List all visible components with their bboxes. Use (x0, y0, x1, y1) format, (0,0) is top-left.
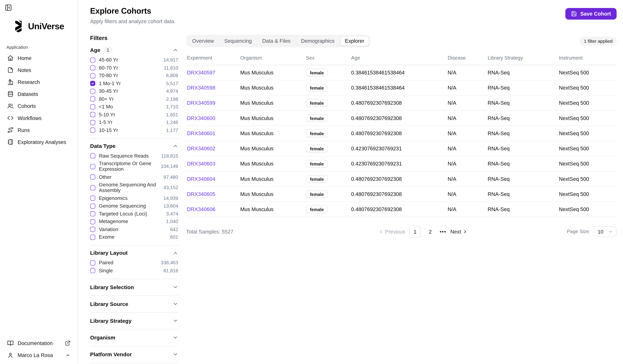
table-row: DRX340600 Mus Musculus female 0.48076923… (186, 111, 617, 126)
experiment-link[interactable]: DRX340605 (187, 191, 215, 197)
filter-option[interactable]: 60-70 Yr11,810 (90, 65, 178, 71)
save-cohort-button[interactable]: Save Cohort (565, 8, 617, 20)
option-count: 1,710 (166, 104, 178, 110)
experiment-link[interactable]: DRX340598 (187, 85, 215, 91)
filter-option[interactable]: Transcriptome Or Gene Expression104,149 (90, 161, 178, 172)
filter-option[interactable]: 1-5 Yr1,246 (90, 120, 178, 125)
experiment-link[interactable]: DRX340600 (187, 115, 215, 121)
home-icon (7, 55, 14, 61)
checkbox[interactable] (90, 219, 95, 224)
checkbox[interactable] (90, 73, 95, 78)
experiment-link[interactable]: DRX340601 (187, 130, 215, 136)
sidebar-item-documentation[interactable]: Documentation (5, 338, 73, 349)
tab-demographics[interactable]: Demographics (296, 36, 339, 46)
checkbox[interactable] (90, 260, 95, 265)
filter-section-library-layout-header[interactable]: Library Layout (90, 250, 178, 256)
previous-page-button[interactable]: Previous (378, 229, 405, 235)
tab-explorer[interactable]: Explorer (340, 36, 369, 46)
filter-option[interactable]: 5-10 Yr1,651 (90, 112, 178, 118)
tab-sequencing[interactable]: Sequencing (220, 36, 257, 46)
checkbox[interactable] (90, 227, 95, 232)
filter-option[interactable]: Single61,816 (90, 268, 178, 273)
chevron-down-icon (608, 229, 613, 234)
sidebar-item-datasets[interactable]: Datasets (5, 89, 73, 99)
checkbox[interactable] (90, 196, 95, 201)
checkbox-checked[interactable] (90, 81, 95, 86)
checkbox[interactable] (90, 65, 95, 70)
filter-section-organism-header[interactable]: Organism (90, 334, 178, 341)
checkbox[interactable] (90, 174, 95, 180)
filter-section-data-type-header[interactable]: Data Type (90, 143, 178, 149)
option-count: 1,246 (166, 120, 178, 125)
checkbox[interactable] (90, 112, 95, 117)
experiment-link[interactable]: DRX340604 (187, 176, 215, 182)
filter-option[interactable]: Genome Sequencing And Assembly43,152 (90, 182, 178, 193)
filter-option[interactable]: Variation642 (90, 226, 178, 232)
filter-section-library-source: Library Source (90, 296, 178, 312)
filter-section-platform-vendor-header[interactable]: Platform Vendor (90, 351, 178, 357)
option-count: 2,198 (166, 96, 178, 102)
checkbox[interactable] (90, 211, 95, 216)
checkbox[interactable] (90, 235, 95, 240)
experiment-link[interactable]: DRX340597 (187, 70, 215, 76)
checkbox[interactable] (90, 164, 95, 169)
checkbox[interactable] (90, 96, 95, 101)
filter-section-age-header[interactable]: Age 1 (90, 47, 178, 53)
experiment-link[interactable]: DRX340599 (187, 100, 215, 106)
checkbox[interactable] (90, 268, 95, 273)
page-2-button[interactable]: 2 (425, 226, 436, 237)
filter-option[interactable]: Raw Sequence Reads118,815 (90, 153, 178, 159)
panel-collapse-icon[interactable] (5, 4, 12, 11)
filter-option[interactable]: 10-15 Yr1,177 (90, 127, 178, 133)
checkbox[interactable] (90, 128, 95, 133)
page-1-button[interactable]: 1 (409, 226, 421, 238)
sidebar-item-exploratory-analyses[interactable]: Exploratory Analyses (5, 137, 73, 147)
checkbox[interactable] (90, 185, 95, 190)
checkbox[interactable] (90, 88, 95, 94)
filter-option[interactable]: Genome Sequencing13,604 (90, 203, 178, 209)
organism-cell: Mus Musculus (239, 95, 305, 110)
tab-overview[interactable]: Overview (187, 36, 219, 46)
sidebar-item-notes[interactable]: Notes (5, 65, 73, 75)
organism-cell: Mus Musculus (239, 156, 305, 171)
next-page-button[interactable]: Next (450, 229, 468, 235)
checkbox[interactable] (90, 104, 95, 109)
checkbox[interactable] (90, 120, 95, 125)
experiment-link[interactable]: DRX340602 (187, 146, 215, 152)
filter-option[interactable]: Exome601 (90, 234, 178, 240)
filter-option[interactable]: Epigenomics14,939 (90, 195, 178, 201)
filter-option[interactable]: 1 Mo-1 Yr5,517 (90, 81, 178, 86)
tab-data-files[interactable]: Data & Files (257, 36, 295, 46)
external-link-icon (65, 340, 70, 346)
experiment-link[interactable]: DRX340606 (187, 206, 215, 212)
filter-option[interactable]: Other97,480 (90, 174, 178, 180)
sidebar-item-label: Home (18, 55, 32, 61)
user-menu[interactable]: Marco La Rosa (5, 349, 73, 361)
sidebar-item-research[interactable]: Research (5, 77, 73, 87)
filter-option[interactable]: <1 Mo1,710 (90, 104, 178, 110)
page-title: Explore Cohorts (90, 6, 176, 16)
filter-option[interactable]: Paired338,463 (90, 260, 178, 265)
page-size-select[interactable]: 10 (593, 226, 617, 237)
filter-option[interactable]: 80+ Yr2,198 (90, 96, 178, 102)
sidebar-item-runs[interactable]: Runs (5, 125, 73, 135)
filter-section-library-strategy-header[interactable]: Library Strategy (90, 318, 178, 324)
filter-option[interactable]: Metagenome1,040 (90, 219, 178, 224)
filter-option[interactable]: Targeted Locus (Loci)3,474 (90, 211, 178, 217)
filter-option[interactable]: 30-45 Yr4,974 (90, 88, 178, 94)
organism-cell: Mus Musculus (239, 80, 305, 95)
table-row: DRX340597 Mus Musculus female 0.38461538… (186, 65, 617, 80)
checkbox[interactable] (90, 153, 95, 158)
column-header-instrument: Instrument (558, 50, 617, 65)
age-cell: 0.38461538461538464 (350, 80, 447, 95)
filter-option[interactable]: 70-80 Yr6,809 (90, 73, 178, 78)
sidebar-item-cohorts[interactable]: Cohorts (5, 101, 73, 111)
experiment-link[interactable]: DRX340603 (187, 161, 215, 167)
filter-section-library-selection-header[interactable]: Library Selection (90, 284, 178, 290)
sidebar-item-home[interactable]: Home (5, 53, 73, 63)
sidebar-item-workflows[interactable]: Workflows (5, 113, 73, 123)
filter-option[interactable]: 45-60 Yr14,917 (90, 57, 178, 63)
checkbox[interactable] (90, 203, 95, 208)
filter-section-library-source-header[interactable]: Library Source (90, 301, 178, 307)
checkbox[interactable] (90, 58, 95, 62)
